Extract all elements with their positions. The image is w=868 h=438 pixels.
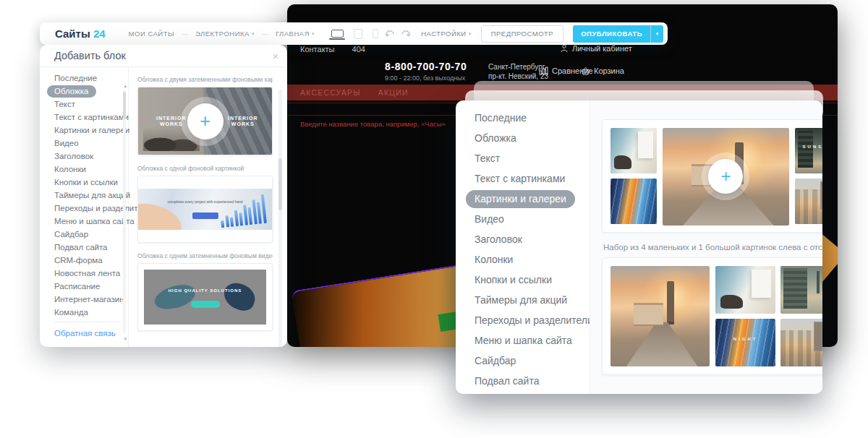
category-item[interactable]: Кнопки и ссылки [475, 275, 590, 285]
category-item[interactable]: Кнопки и ссылки [54, 179, 128, 186]
site-phone-number: 8-800-700-70-70 [385, 61, 467, 72]
menu-separator: — [262, 30, 268, 38]
category-item[interactable]: Подвал сайта [475, 376, 590, 387]
gallery-image-terrace [610, 128, 657, 173]
gallery-big-column [610, 266, 710, 366]
block-category-list-right: Последние Обложка Текст Текст с картинка… [456, 100, 590, 394]
site-hours: 9:00 - 22:00, без выходных [385, 74, 467, 82]
menu-separator: — [182, 30, 188, 38]
toolbar-right-group: НАСТРОЙКИ▾ ПРЕДПРОСМОТР ОПУБЛИКОВАТЬ ▾ [384, 25, 663, 43]
preview-scrollbar-thumb[interactable] [278, 158, 282, 210]
category-item[interactable]: Последние [475, 113, 590, 124]
add-block-plus-button[interactable]: + [708, 159, 743, 194]
cover-two-images-preview[interactable]: INTERIOR WORKS INTERIOR WORKS + [137, 87, 273, 155]
logo-text: Сайты [55, 27, 90, 40]
night-label: NIGHT [733, 337, 758, 341]
category-item[interactable]: Текст [475, 153, 590, 164]
category-item[interactable]: Сайдбар [54, 231, 128, 239]
category-item[interactable]: Заголовок [475, 234, 590, 245]
category-item[interactable]: Подвал сайта [54, 244, 128, 252]
category-item[interactable]: Картинки и галереи [54, 126, 128, 134]
logo-accent: 24 [93, 27, 106, 40]
publish-button[interactable]: ОПУБЛИКОВАТЬ ▾ [573, 25, 663, 43]
category-item[interactable]: Меню и шапка сайта [475, 335, 590, 346]
sunset-label: SUNSET [803, 145, 822, 149]
close-icon[interactable]: × [272, 51, 278, 61]
category-item[interactable]: Обложка [475, 133, 590, 144]
list-scrollbar-thumb[interactable] [123, 92, 126, 119]
feedback-link[interactable]: Обратная связь [54, 329, 116, 338]
cover-text: HIGH QUALITY SOLUTIONS [169, 288, 242, 293]
screen: Контакты 404 Личный кабинет 8-800-700-70… [0, 0, 868, 438]
settings-menu[interactable]: НАСТРОЙКИ▾ [421, 30, 472, 38]
gallery-block-preview-2[interactable]: NIGHT [602, 257, 822, 375]
category-item[interactable]: Интернет-магазин [54, 296, 128, 304]
category-item[interactable]: CRM-форма [54, 257, 128, 265]
site-link-contacts[interactable]: Контакты [300, 45, 335, 53]
site-link-404[interactable]: 404 [352, 45, 365, 53]
category-item[interactable]: Заголовок [54, 153, 128, 160]
site-cart[interactable]: Корзина [581, 66, 624, 75]
preview-scrollbar[interactable] [278, 89, 282, 347]
menu-electronics[interactable]: ЭЛЕКТРОНИКА▾ [195, 30, 255, 38]
gallery-image-terrace [715, 266, 775, 314]
cover-image: INTERIOR WORKS INTERIOR WORKS + [138, 87, 272, 155]
gallery-image-night-street: NIGHT [715, 319, 775, 366]
category-item[interactable]: Переходы и разделители [475, 315, 590, 326]
mobile-view-icon[interactable] [373, 29, 378, 38]
category-item[interactable]: Текст [54, 100, 128, 108]
history-controls [384, 29, 412, 38]
publish-dropdown-icon[interactable]: ▾ [651, 25, 663, 43]
block-preview: Обложка с одной фоновой картинкой comple… [137, 165, 273, 243]
gallery-block-preview-1[interactable]: SUNSET + [602, 119, 822, 233]
scroll-down-icon[interactable]: ▾ [124, 336, 127, 341]
category-item[interactable]: Меню и шапка сайта [54, 218, 128, 226]
chevron-down-icon: ▾ [312, 31, 315, 37]
gallery-image-sunset-tower: SUNSET [795, 128, 822, 173]
cover-one-image-preview[interactable]: completes every project with experienced… [137, 176, 273, 243]
pier-path-shape [626, 322, 698, 366]
category-item[interactable]: Последние [54, 74, 128, 82]
category-item[interactable]: Команда [54, 309, 128, 317]
category-item[interactable]: Текст с картинками [475, 173, 590, 184]
gallery-right-column: SUNSET [795, 128, 822, 224]
menu-my-sites[interactable]: МОИ САЙТЫ [129, 30, 174, 38]
block-preview: Обложка с двумя затемненными фоновыми ка… [137, 76, 273, 155]
category-item[interactable]: Сайдбар [475, 356, 590, 366]
preview-caption: Обложка с одной фоновой картинкой [137, 165, 273, 172]
category-item[interactable]: Видео [475, 214, 590, 225]
category-item-selected[interactable]: Обложка [54, 87, 128, 95]
category-item-selected[interactable]: Картинки и галереи [475, 194, 590, 205]
list-scrollbar[interactable] [123, 90, 126, 333]
site-cart-label: Корзина [594, 66, 624, 75]
category-item[interactable]: Таймеры для акций [54, 192, 128, 199]
category-item[interactable]: Таймеры для акций [475, 295, 590, 306]
chevron-down-icon: ▾ [252, 31, 255, 37]
redo-icon[interactable] [401, 29, 412, 38]
tablet-view-icon[interactable] [354, 29, 362, 39]
app-logo[interactable]: Сайты 24 [55, 27, 106, 40]
category-item[interactable]: Расписание [54, 283, 128, 291]
site-search-placeholder: Введите название товара, например, «Часы… [300, 120, 446, 128]
undo-icon[interactable] [384, 29, 395, 38]
category-item[interactable]: Переходы и разделит... [54, 205, 128, 212]
cover-video-preview[interactable]: HIGH QUALITY SOLUTIONS [137, 263, 273, 331]
hand-photo-shape [138, 189, 210, 230]
cover-text-right: INTERIOR WORKS [221, 116, 265, 127]
category-item[interactable]: Новостная лента [54, 270, 128, 278]
category-item[interactable]: Видео [54, 139, 128, 147]
category-item[interactable]: Колонки [475, 254, 590, 265]
site-top-links: Контакты 404 [300, 45, 365, 53]
basket-icon [581, 66, 590, 75]
category-item[interactable]: Текст с картинками [54, 113, 128, 121]
cover-image: completes every project with experienced… [138, 189, 272, 230]
site-nav-sales[interactable]: АКЦИИ [378, 88, 409, 97]
scroll-up-icon[interactable]: ▴ [124, 83, 127, 88]
category-item[interactable]: Колонки [54, 166, 128, 173]
site-account[interactable]: Личный кабинет [561, 44, 632, 53]
preview-button[interactable]: ПРЕДПРОСМОТР [481, 25, 563, 43]
site-nav-accessories[interactable]: АКСЕССУАРЫ [300, 88, 361, 97]
add-block-plus-button[interactable]: + [187, 103, 224, 139]
menu-main-page[interactable]: ГЛАВНАЯ▾ [276, 30, 315, 38]
desktop-view-icon[interactable] [331, 30, 344, 38]
